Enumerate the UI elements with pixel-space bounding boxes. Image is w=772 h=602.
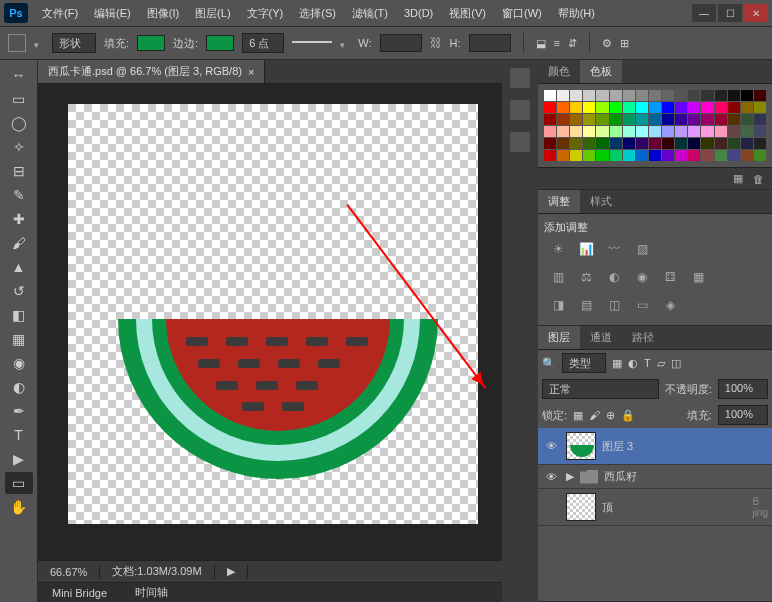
swatch-cell[interactable] — [701, 126, 713, 137]
swatch-cell[interactable] — [701, 138, 713, 149]
swatch-cell[interactable] — [636, 114, 648, 125]
swatch-cell[interactable] — [649, 150, 661, 161]
swatch-cell[interactable] — [754, 90, 766, 101]
swatch-cell[interactable] — [741, 114, 753, 125]
swatches-tab[interactable]: 色板 — [580, 60, 622, 83]
width-input[interactable] — [380, 34, 422, 52]
collapsed-panel-2[interactable] — [510, 100, 530, 120]
align-edges-icon[interactable]: ⊞ — [620, 37, 629, 50]
swatch-cell[interactable] — [557, 102, 569, 113]
filter-pixel-icon[interactable]: ▦ — [612, 357, 622, 370]
swatch-cell[interactable] — [636, 138, 648, 149]
heal-tool[interactable]: ✚ — [5, 208, 33, 230]
fill-input[interactable]: 100% — [718, 405, 768, 425]
shape-preview[interactable] — [8, 34, 26, 52]
lock-pos-icon[interactable]: ⊕ — [606, 409, 615, 422]
swatch-cell[interactable] — [754, 102, 766, 113]
exposure-icon[interactable]: ▨ — [632, 241, 652, 257]
layer-thumb[interactable] — [566, 432, 596, 460]
delete-swatch-icon[interactable]: 🗑 — [753, 173, 764, 185]
swatch-cell[interactable] — [675, 114, 687, 125]
new-swatch-icon[interactable]: ▦ — [733, 172, 743, 185]
close-button[interactable]: ✕ — [744, 4, 768, 22]
blur-tool[interactable]: ◉ — [5, 352, 33, 374]
swatch-cell[interactable] — [596, 114, 608, 125]
swatch-cell[interactable] — [728, 126, 740, 137]
align-icon[interactable]: ≡ — [554, 37, 560, 49]
menu-help[interactable]: 帮助(H) — [550, 2, 603, 25]
path-select-tool[interactable]: ▶ — [5, 448, 33, 470]
swatch-cell[interactable] — [544, 102, 556, 113]
opacity-input[interactable]: 100% — [718, 379, 768, 399]
swatch-cell[interactable] — [636, 126, 648, 137]
height-input[interactable] — [469, 34, 511, 52]
layer-thumb[interactable] — [566, 493, 596, 521]
gradient-tool[interactable]: ▦ — [5, 328, 33, 350]
swatch-cell[interactable] — [623, 114, 635, 125]
lock-pixels-icon[interactable]: 🖌 — [589, 409, 600, 421]
brush-tool[interactable]: 🖌 — [5, 232, 33, 254]
swatch-cell[interactable] — [610, 90, 622, 101]
swatch-cell[interactable] — [728, 90, 740, 101]
layer-row-bg[interactable]: 顶 B jing — [538, 489, 772, 526]
collapsed-panel-3[interactable] — [510, 132, 530, 152]
adjustments-tab[interactable]: 调整 — [538, 190, 580, 213]
swatch-cell[interactable] — [715, 90, 727, 101]
fill-swatch[interactable] — [137, 35, 165, 51]
swatch-cell[interactable] — [754, 138, 766, 149]
menu-filter[interactable]: 滤镜(T) — [344, 2, 396, 25]
brightness-icon[interactable]: ☀ — [548, 241, 568, 257]
swatch-cell[interactable] — [728, 102, 740, 113]
history-brush-tool[interactable]: ↺ — [5, 280, 33, 302]
swatches-grid[interactable] — [544, 90, 766, 161]
invert-icon[interactable]: ◨ — [548, 297, 568, 313]
threshold-icon[interactable]: ◫ — [604, 297, 624, 313]
mini-bridge-tab[interactable]: Mini Bridge — [38, 585, 121, 601]
swatch-cell[interactable] — [570, 126, 582, 137]
path-op-icon[interactable]: ⬓ — [536, 37, 546, 50]
swatch-cell[interactable] — [557, 114, 569, 125]
hue-icon[interactable]: ⚖ — [576, 269, 596, 285]
swatch-cell[interactable] — [596, 150, 608, 161]
menu-3d[interactable]: 3D(D) — [396, 3, 441, 23]
timeline-tab[interactable]: 时间轴 — [121, 583, 182, 602]
menu-file[interactable]: 文件(F) — [34, 2, 86, 25]
lock-all-icon[interactable]: 🔒 — [621, 409, 635, 422]
gear-icon[interactable]: ⚙ — [602, 37, 612, 50]
swatch-cell[interactable] — [596, 90, 608, 101]
menu-edit[interactable]: 编辑(E) — [86, 2, 139, 25]
swatch-cell[interactable] — [662, 126, 674, 137]
swatch-cell[interactable] — [636, 102, 648, 113]
minimize-button[interactable]: — — [692, 4, 716, 22]
swatch-cell[interactable] — [596, 138, 608, 149]
filter-smart-icon[interactable]: ◫ — [671, 357, 681, 370]
dodge-tool[interactable]: ◐ — [5, 376, 33, 398]
swatch-cell[interactable] — [688, 102, 700, 113]
crop-tool[interactable]: ⊟ — [5, 160, 33, 182]
swatch-cell[interactable] — [557, 138, 569, 149]
swatch-cell[interactable] — [675, 90, 687, 101]
stamp-tool[interactable]: ▲ — [5, 256, 33, 278]
channels-tab[interactable]: 通道 — [580, 326, 622, 349]
channel-mixer-icon[interactable]: ⚃ — [660, 269, 680, 285]
swatch-cell[interactable] — [610, 138, 622, 149]
swatch-cell[interactable] — [715, 138, 727, 149]
color-tab[interactable]: 颜色 — [538, 60, 580, 83]
swatch-cell[interactable] — [649, 102, 661, 113]
layers-tab[interactable]: 图层 — [538, 326, 580, 349]
move-tool[interactable]: ↔ — [5, 64, 33, 86]
swatch-cell[interactable] — [583, 102, 595, 113]
selective-color-icon[interactable]: ◈ — [660, 297, 680, 313]
swatch-cell[interactable] — [728, 150, 740, 161]
swatch-cell[interactable] — [623, 138, 635, 149]
swatch-cell[interactable] — [675, 102, 687, 113]
swatch-cell[interactable] — [623, 90, 635, 101]
swatch-cell[interactable] — [649, 138, 661, 149]
close-tab-icon[interactable]: × — [248, 66, 254, 78]
visibility-icon[interactable]: 👁 — [542, 471, 560, 483]
gradient-map-icon[interactable]: ▭ — [632, 297, 652, 313]
swatch-cell[interactable] — [544, 150, 556, 161]
layer-group-row[interactable]: 👁 ▶ 西瓜籽 — [538, 465, 772, 489]
swatch-cell[interactable] — [623, 150, 635, 161]
layer-row-3[interactable]: 👁 图层 3 — [538, 428, 772, 465]
